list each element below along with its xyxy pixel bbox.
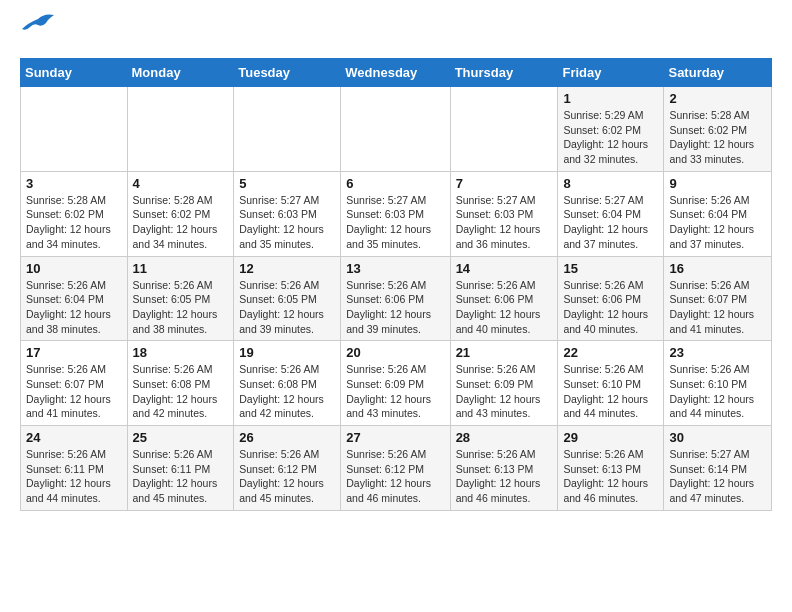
day-number: 24 bbox=[26, 430, 122, 445]
day-cell: 4Sunrise: 5:28 AM Sunset: 6:02 PM Daylig… bbox=[127, 171, 234, 256]
day-number: 25 bbox=[133, 430, 229, 445]
day-number: 1 bbox=[563, 91, 658, 106]
day-cell: 19Sunrise: 5:26 AM Sunset: 6:08 PM Dayli… bbox=[234, 341, 341, 426]
day-cell: 1Sunrise: 5:29 AM Sunset: 6:02 PM Daylig… bbox=[558, 87, 664, 172]
day-number: 3 bbox=[26, 176, 122, 191]
day-cell: 16Sunrise: 5:26 AM Sunset: 6:07 PM Dayli… bbox=[664, 256, 772, 341]
day-cell: 28Sunrise: 5:26 AM Sunset: 6:13 PM Dayli… bbox=[450, 426, 558, 511]
day-number: 21 bbox=[456, 345, 553, 360]
day-info: Sunrise: 5:26 AM Sunset: 6:06 PM Dayligh… bbox=[346, 278, 444, 337]
day-number: 10 bbox=[26, 261, 122, 276]
week-row-3: 10Sunrise: 5:26 AM Sunset: 6:04 PM Dayli… bbox=[21, 256, 772, 341]
day-cell: 2Sunrise: 5:28 AM Sunset: 6:02 PM Daylig… bbox=[664, 87, 772, 172]
day-info: Sunrise: 5:26 AM Sunset: 6:09 PM Dayligh… bbox=[456, 362, 553, 421]
day-cell: 8Sunrise: 5:27 AM Sunset: 6:04 PM Daylig… bbox=[558, 171, 664, 256]
day-info: Sunrise: 5:26 AM Sunset: 6:06 PM Dayligh… bbox=[456, 278, 553, 337]
day-cell: 14Sunrise: 5:26 AM Sunset: 6:06 PM Dayli… bbox=[450, 256, 558, 341]
header bbox=[20, 20, 772, 42]
day-number: 19 bbox=[239, 345, 335, 360]
day-number: 22 bbox=[563, 345, 658, 360]
day-info: Sunrise: 5:26 AM Sunset: 6:09 PM Dayligh… bbox=[346, 362, 444, 421]
day-info: Sunrise: 5:26 AM Sunset: 6:07 PM Dayligh… bbox=[669, 278, 766, 337]
day-cell: 29Sunrise: 5:26 AM Sunset: 6:13 PM Dayli… bbox=[558, 426, 664, 511]
day-info: Sunrise: 5:26 AM Sunset: 6:04 PM Dayligh… bbox=[669, 193, 766, 252]
day-cell: 11Sunrise: 5:26 AM Sunset: 6:05 PM Dayli… bbox=[127, 256, 234, 341]
day-info: Sunrise: 5:26 AM Sunset: 6:05 PM Dayligh… bbox=[133, 278, 229, 337]
day-info: Sunrise: 5:26 AM Sunset: 6:07 PM Dayligh… bbox=[26, 362, 122, 421]
day-number: 15 bbox=[563, 261, 658, 276]
day-cell: 20Sunrise: 5:26 AM Sunset: 6:09 PM Dayli… bbox=[341, 341, 450, 426]
week-row-5: 24Sunrise: 5:26 AM Sunset: 6:11 PM Dayli… bbox=[21, 426, 772, 511]
week-row-1: 1Sunrise: 5:29 AM Sunset: 6:02 PM Daylig… bbox=[21, 87, 772, 172]
day-number: 29 bbox=[563, 430, 658, 445]
day-number: 9 bbox=[669, 176, 766, 191]
day-info: Sunrise: 5:28 AM Sunset: 6:02 PM Dayligh… bbox=[669, 108, 766, 167]
day-cell: 3Sunrise: 5:28 AM Sunset: 6:02 PM Daylig… bbox=[21, 171, 128, 256]
day-info: Sunrise: 5:26 AM Sunset: 6:12 PM Dayligh… bbox=[239, 447, 335, 506]
day-cell: 22Sunrise: 5:26 AM Sunset: 6:10 PM Dayli… bbox=[558, 341, 664, 426]
day-cell bbox=[21, 87, 128, 172]
day-info: Sunrise: 5:26 AM Sunset: 6:08 PM Dayligh… bbox=[133, 362, 229, 421]
day-header-friday: Friday bbox=[558, 59, 664, 87]
day-cell: 18Sunrise: 5:26 AM Sunset: 6:08 PM Dayli… bbox=[127, 341, 234, 426]
day-number: 16 bbox=[669, 261, 766, 276]
day-number: 17 bbox=[26, 345, 122, 360]
day-cell: 23Sunrise: 5:26 AM Sunset: 6:10 PM Dayli… bbox=[664, 341, 772, 426]
day-number: 8 bbox=[563, 176, 658, 191]
day-header-monday: Monday bbox=[127, 59, 234, 87]
day-cell bbox=[127, 87, 234, 172]
day-info: Sunrise: 5:27 AM Sunset: 6:03 PM Dayligh… bbox=[346, 193, 444, 252]
day-number: 2 bbox=[669, 91, 766, 106]
day-cell: 7Sunrise: 5:27 AM Sunset: 6:03 PM Daylig… bbox=[450, 171, 558, 256]
day-cell: 25Sunrise: 5:26 AM Sunset: 6:11 PM Dayli… bbox=[127, 426, 234, 511]
day-number: 13 bbox=[346, 261, 444, 276]
day-info: Sunrise: 5:29 AM Sunset: 6:02 PM Dayligh… bbox=[563, 108, 658, 167]
day-number: 28 bbox=[456, 430, 553, 445]
day-number: 5 bbox=[239, 176, 335, 191]
day-cell: 9Sunrise: 5:26 AM Sunset: 6:04 PM Daylig… bbox=[664, 171, 772, 256]
day-number: 23 bbox=[669, 345, 766, 360]
calendar-header-row: SundayMondayTuesdayWednesdayThursdayFrid… bbox=[21, 59, 772, 87]
calendar-table: SundayMondayTuesdayWednesdayThursdayFrid… bbox=[20, 58, 772, 511]
day-cell: 26Sunrise: 5:26 AM Sunset: 6:12 PM Dayli… bbox=[234, 426, 341, 511]
day-cell: 21Sunrise: 5:26 AM Sunset: 6:09 PM Dayli… bbox=[450, 341, 558, 426]
day-header-sunday: Sunday bbox=[21, 59, 128, 87]
day-info: Sunrise: 5:26 AM Sunset: 6:05 PM Dayligh… bbox=[239, 278, 335, 337]
day-info: Sunrise: 5:26 AM Sunset: 6:13 PM Dayligh… bbox=[563, 447, 658, 506]
day-number: 4 bbox=[133, 176, 229, 191]
logo bbox=[20, 20, 54, 42]
day-cell: 30Sunrise: 5:27 AM Sunset: 6:14 PM Dayli… bbox=[664, 426, 772, 511]
week-row-2: 3Sunrise: 5:28 AM Sunset: 6:02 PM Daylig… bbox=[21, 171, 772, 256]
day-info: Sunrise: 5:27 AM Sunset: 6:14 PM Dayligh… bbox=[669, 447, 766, 506]
day-cell: 15Sunrise: 5:26 AM Sunset: 6:06 PM Dayli… bbox=[558, 256, 664, 341]
week-row-4: 17Sunrise: 5:26 AM Sunset: 6:07 PM Dayli… bbox=[21, 341, 772, 426]
day-cell: 10Sunrise: 5:26 AM Sunset: 6:04 PM Dayli… bbox=[21, 256, 128, 341]
day-info: Sunrise: 5:26 AM Sunset: 6:10 PM Dayligh… bbox=[563, 362, 658, 421]
day-info: Sunrise: 5:26 AM Sunset: 6:11 PM Dayligh… bbox=[133, 447, 229, 506]
day-info: Sunrise: 5:26 AM Sunset: 6:04 PM Dayligh… bbox=[26, 278, 122, 337]
day-number: 18 bbox=[133, 345, 229, 360]
day-number: 12 bbox=[239, 261, 335, 276]
day-info: Sunrise: 5:26 AM Sunset: 6:08 PM Dayligh… bbox=[239, 362, 335, 421]
day-cell: 12Sunrise: 5:26 AM Sunset: 6:05 PM Dayli… bbox=[234, 256, 341, 341]
day-header-wednesday: Wednesday bbox=[341, 59, 450, 87]
day-number: 14 bbox=[456, 261, 553, 276]
day-number: 7 bbox=[456, 176, 553, 191]
logo-bird-icon bbox=[22, 13, 54, 39]
day-header-saturday: Saturday bbox=[664, 59, 772, 87]
day-cell: 17Sunrise: 5:26 AM Sunset: 6:07 PM Dayli… bbox=[21, 341, 128, 426]
day-number: 27 bbox=[346, 430, 444, 445]
day-info: Sunrise: 5:27 AM Sunset: 6:03 PM Dayligh… bbox=[456, 193, 553, 252]
day-number: 6 bbox=[346, 176, 444, 191]
day-info: Sunrise: 5:28 AM Sunset: 6:02 PM Dayligh… bbox=[133, 193, 229, 252]
day-header-thursday: Thursday bbox=[450, 59, 558, 87]
day-number: 20 bbox=[346, 345, 444, 360]
day-number: 26 bbox=[239, 430, 335, 445]
day-cell bbox=[450, 87, 558, 172]
day-info: Sunrise: 5:26 AM Sunset: 6:12 PM Dayligh… bbox=[346, 447, 444, 506]
day-info: Sunrise: 5:26 AM Sunset: 6:06 PM Dayligh… bbox=[563, 278, 658, 337]
day-info: Sunrise: 5:26 AM Sunset: 6:10 PM Dayligh… bbox=[669, 362, 766, 421]
day-header-tuesday: Tuesday bbox=[234, 59, 341, 87]
day-info: Sunrise: 5:26 AM Sunset: 6:13 PM Dayligh… bbox=[456, 447, 553, 506]
day-cell: 6Sunrise: 5:27 AM Sunset: 6:03 PM Daylig… bbox=[341, 171, 450, 256]
